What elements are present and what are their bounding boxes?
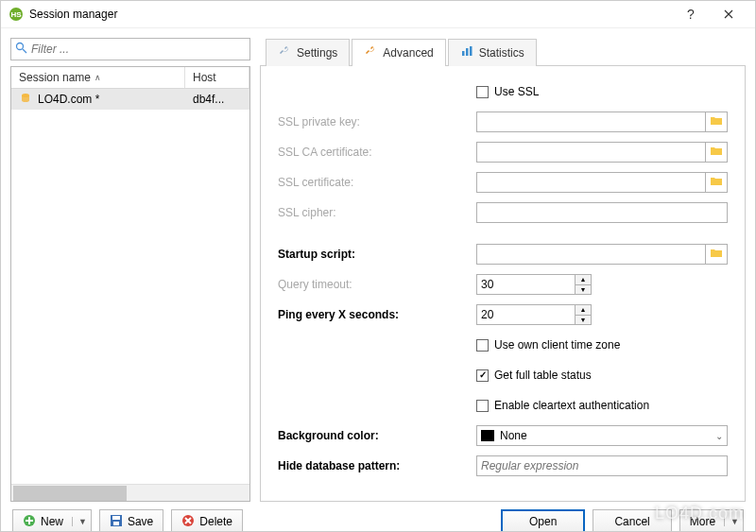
titlebar: HS Session manager ? (1, 1, 755, 28)
folder-icon (710, 146, 723, 160)
window-title: Session manager (29, 8, 672, 21)
ssl-ca-cert-browse[interactable] (705, 142, 728, 163)
startup-script-label: Startup script: (278, 248, 476, 261)
filter-input[interactable] (31, 43, 246, 56)
cancel-button[interactable]: Cancel (593, 509, 671, 532)
plus-icon (23, 514, 36, 530)
tab-settings[interactable]: Settings (266, 39, 350, 66)
horizontal-scrollbar[interactable] (11, 484, 249, 501)
svg-text:HS: HS (10, 10, 22, 19)
svg-rect-10 (112, 516, 120, 520)
svg-rect-11 (113, 522, 119, 525)
close-button[interactable] (710, 1, 747, 27)
save-icon (110, 514, 123, 530)
svg-point-2 (17, 43, 24, 50)
new-button[interactable]: New ▼ (12, 509, 92, 532)
session-manager-window: HS Session manager ? Session name ∧ (0, 0, 756, 532)
spin-up[interactable]: ▲ (576, 275, 591, 285)
grid-header: Session name ∧ Host (11, 67, 249, 89)
ssl-cert-input[interactable] (476, 172, 705, 193)
svg-rect-5 (462, 51, 465, 56)
cell-host: db4f... (185, 91, 249, 108)
wrench-icon (364, 44, 377, 60)
ssl-private-key-browse[interactable] (705, 112, 728, 132)
ssl-ca-cert-label: SSL CA certificate: (278, 146, 476, 159)
startup-script-browse[interactable] (705, 244, 728, 265)
ping-every-label: Ping every X seconds: (278, 308, 476, 321)
full-table-status-checkbox[interactable] (476, 369, 489, 382)
full-table-status-label: Get full table status (494, 369, 592, 382)
chevron-down-icon: ⌄ (715, 431, 723, 441)
tab-statistics[interactable]: Statistics (448, 39, 537, 66)
tab-advanced[interactable]: Advanced (352, 39, 445, 66)
color-swatch (481, 430, 494, 441)
database-icon (19, 92, 32, 108)
right-panel: Settings Advanced Statistics Use SSL (260, 38, 746, 502)
sort-asc-icon: ∧ (94, 73, 101, 82)
bottom-toolbar: New ▼ Save Delete Open Cancel More ▼ (1, 502, 755, 532)
cleartext-auth-label: Enable cleartext authentication (494, 399, 649, 412)
session-grid: Session name ∧ Host LO4D.com * db4f... (10, 66, 250, 502)
use-own-tz-checkbox[interactable] (476, 339, 489, 352)
spin-up[interactable]: ▲ (576, 305, 591, 316)
table-row[interactable]: LO4D.com * db4f... (11, 89, 249, 110)
use-ssl-checkbox[interactable] (476, 86, 489, 98)
folder-icon (710, 176, 723, 190)
col-session-name[interactable]: Session name ∧ (11, 67, 185, 88)
hide-db-pattern-input[interactable] (476, 455, 728, 476)
use-ssl-label: Use SSL (494, 85, 539, 98)
search-icon (15, 42, 27, 57)
ssl-cert-browse[interactable] (705, 172, 728, 193)
advanced-pane: Use SSL SSL private key: SSL CA certific… (260, 65, 746, 502)
dropdown-arrow-icon[interactable]: ▼ (72, 517, 87, 526)
app-icon: HS (9, 7, 24, 22)
ssl-cipher-label: SSL cipher: (278, 206, 476, 219)
query-timeout-input[interactable] (476, 274, 575, 295)
ssl-ca-cert-input[interactable] (476, 142, 705, 163)
save-button[interactable]: Save (99, 509, 163, 532)
startup-script-input[interactable] (476, 244, 705, 265)
folder-icon (710, 115, 723, 129)
delete-button[interactable]: Delete (171, 509, 243, 532)
scrollbar-thumb[interactable] (13, 486, 127, 501)
svg-line-3 (23, 49, 26, 53)
filter-box[interactable] (10, 38, 250, 60)
ssl-private-key-label: SSL private key: (278, 115, 476, 129)
use-own-tz-label: Use own client time zone (494, 338, 620, 352)
left-panel: Session name ∧ Host LO4D.com * db4f... (10, 38, 250, 502)
cell-session-name: LO4D.com * (11, 90, 185, 110)
spin-down[interactable]: ▼ (576, 316, 591, 325)
hide-db-pattern-label: Hide database pattern: (278, 459, 476, 472)
spin-down[interactable]: ▼ (576, 285, 591, 295)
open-button[interactable]: Open (501, 509, 585, 532)
body: Session name ∧ Host LO4D.com * db4f... (1, 28, 755, 502)
col-host[interactable]: Host (185, 67, 249, 88)
bg-color-combo[interactable]: None ⌄ (476, 425, 728, 446)
help-button[interactable]: ? (672, 1, 710, 27)
bar-chart-icon (460, 44, 473, 60)
ssl-private-key-input[interactable] (476, 112, 705, 132)
folder-icon (710, 248, 723, 262)
more-button[interactable]: More ▼ (679, 509, 744, 532)
svg-rect-7 (470, 46, 472, 56)
ssl-cipher-input[interactable] (476, 202, 728, 223)
delete-icon (181, 514, 195, 530)
cleartext-auth-checkbox[interactable] (476, 400, 489, 412)
ping-every-input[interactable] (476, 304, 575, 325)
svg-rect-6 (466, 48, 469, 56)
wrench-icon (278, 44, 291, 60)
tab-bar: Settings Advanced Statistics (260, 38, 746, 65)
dropdown-arrow-icon[interactable]: ▼ (724, 517, 739, 526)
bg-color-label: Background color: (278, 429, 476, 442)
ssl-cert-label: SSL certificate: (278, 176, 476, 189)
query-timeout-label: Query timeout: (278, 278, 476, 291)
